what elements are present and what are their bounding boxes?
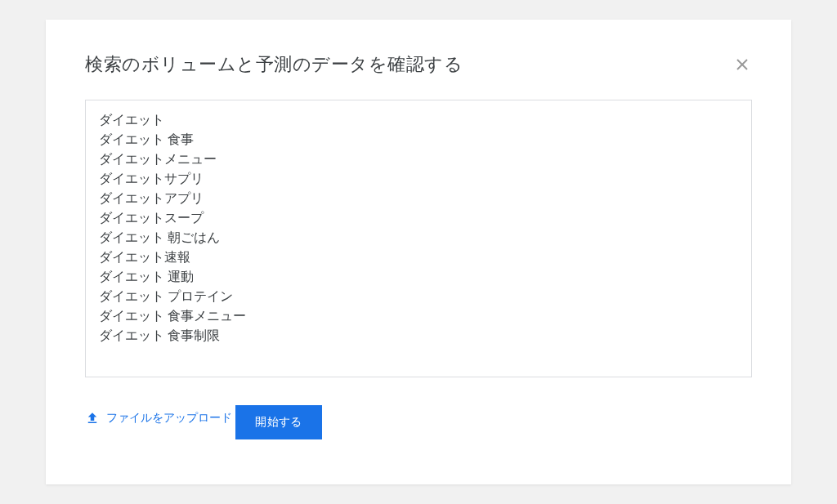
- start-button[interactable]: 開始する: [235, 405, 321, 439]
- dialog-card: 検索のボリュームと予測のデータを確認する ファイルをアップロード 開始する: [46, 20, 791, 484]
- dialog-header: 検索のボリュームと予測のデータを確認する: [85, 52, 752, 77]
- upload-icon: [85, 411, 100, 426]
- close-icon[interactable]: [732, 55, 752, 74]
- keywords-input[interactable]: [86, 100, 751, 377]
- upload-file-label: ファイルをアップロード: [106, 411, 232, 426]
- upload-file-link[interactable]: ファイルをアップロード: [85, 411, 232, 426]
- dialog-title: 検索のボリュームと予測のデータを確認する: [85, 52, 463, 77]
- keywords-input-wrap: [85, 100, 752, 377]
